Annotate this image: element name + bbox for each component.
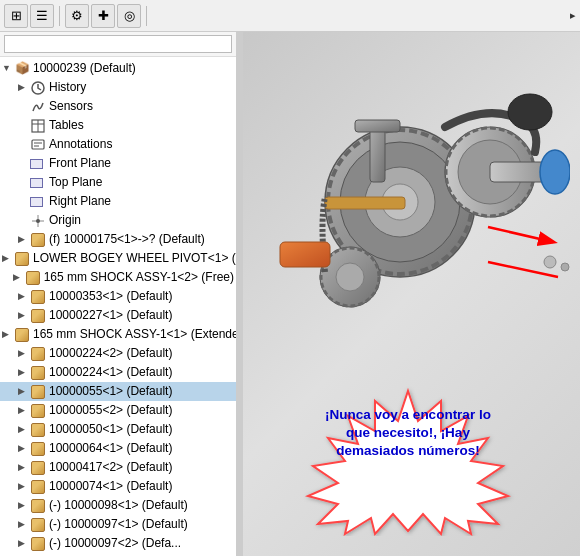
svg-rect-29 (280, 242, 330, 267)
tree-item-item6[interactable]: ▶165 mm SHOCK ASSY-1<1> (Extended) (0, 325, 236, 344)
feature-tree[interactable]: ▼ 📦 10000239 (Default) ▶HistorySensorsTa… (0, 57, 236, 556)
svg-point-28 (561, 263, 569, 271)
item-expand-arrow[interactable]: ▶ (18, 345, 30, 362)
model-viewport: ¡Nunca voy a encontrar lo que necesito!,… (243, 32, 580, 556)
item-label: 10000055<2> (Default) (49, 402, 172, 419)
part-icon (30, 384, 46, 400)
tree-item-item5[interactable]: ▶10000227<1> (Default) (0, 306, 236, 325)
toolbar-expand-arrow[interactable]: ▸ (570, 9, 576, 22)
item-expand-arrow[interactable]: ▶ (18, 535, 30, 552)
part-icon (30, 346, 46, 362)
toolbar-sep1 (59, 6, 60, 26)
tree-item-item8[interactable]: ▶10000224<1> (Default) (0, 363, 236, 382)
toolbar-grid-btn[interactable]: ⊞ (4, 4, 28, 28)
tree-item-item1[interactable]: ▶(f) 10000175<1>->? (Default) (0, 230, 236, 249)
part-icon (30, 422, 46, 438)
tree-item-item9[interactable]: ▶10000055<1> (Default) (0, 382, 236, 401)
tree-item-item10[interactable]: ▶10000055<2> (Default) (0, 401, 236, 420)
item-label: 10000224<2> (Default) (49, 345, 172, 362)
item-expand-arrow[interactable]: ▶ (18, 516, 30, 533)
part-icon (14, 251, 30, 267)
tree-item-top-plane[interactable]: Top Plane (0, 173, 236, 192)
sensor-icon (30, 99, 46, 115)
svg-rect-20 (325, 197, 405, 209)
toolbar-target-btn[interactable]: ◎ (117, 4, 141, 28)
item-label: Right Plane (49, 193, 111, 210)
item-label: 10000417<2> (Default) (49, 459, 172, 476)
item-expand-arrow[interactable]: ▶ (18, 478, 30, 495)
item-expand-arrow[interactable]: ▶ (18, 79, 30, 96)
item-expand-arrow[interactable]: ▶ (18, 459, 30, 476)
part-icon (30, 403, 46, 419)
tree-item-item12[interactable]: ▶10000064<1> (Default) (0, 439, 236, 458)
tree-item-item13[interactable]: ▶10000417<2> (Default) (0, 458, 236, 477)
tree-item-history[interactable]: ▶History (0, 78, 236, 97)
item-expand-arrow[interactable]: ▶ (18, 288, 30, 305)
item-label: (-) 10000098<1> (Default) (49, 497, 188, 514)
tree-root[interactable]: ▼ 📦 10000239 (Default) (0, 59, 236, 78)
tree-item-item15[interactable]: ▶(-) 10000098<1> (Default) (0, 496, 236, 515)
item-expand-arrow[interactable]: ▶ (18, 497, 30, 514)
part-icon (25, 270, 41, 286)
item-label: 10000074<1> (Default) (49, 478, 172, 495)
svg-rect-22 (355, 120, 400, 132)
tree-item-right-plane[interactable]: Right Plane (0, 192, 236, 211)
item-expand-arrow[interactable]: ▶ (18, 421, 30, 438)
tree-item-item4[interactable]: ▶10000353<1> (Default) (0, 287, 236, 306)
tree-item-item7[interactable]: ▶10000224<2> (Default) (0, 344, 236, 363)
tree-item-origin[interactable]: Origin (0, 211, 236, 230)
svg-point-26 (508, 94, 552, 130)
table-icon (30, 118, 46, 134)
tree-item-annotations[interactable]: Annotations (0, 135, 236, 154)
toolbar: ⊞ ☰ ⚙ ✚ ◎ ▸ (0, 0, 580, 32)
toolbar-list-btn[interactable]: ☰ (30, 4, 54, 28)
item-expand-arrow[interactable]: ▶ (2, 326, 14, 343)
item-expand-arrow[interactable]: ▶ (18, 307, 30, 324)
item-expand-arrow[interactable]: ▶ (18, 364, 30, 381)
item-expand-arrow[interactable]: ▶ (13, 269, 25, 286)
tree-item-item11[interactable]: ▶10000050<1> (Default) (0, 420, 236, 439)
item-expand-arrow[interactable]: ▶ (18, 231, 30, 248)
item-label: 165 mm SHOCK ASSY-1<2> (Free) (44, 269, 234, 286)
item-label: 10000055<1> (Default) (49, 383, 172, 400)
toolbar-add-btn[interactable]: ✚ (91, 4, 115, 28)
tree-item-item16[interactable]: ▶(-) 10000097<1> (Default) (0, 515, 236, 534)
tree-item-front-plane[interactable]: Front Plane (0, 154, 236, 173)
item-label: Sensors (49, 98, 93, 115)
part-icon (30, 441, 46, 457)
tree-item-item3[interactable]: ▶165 mm SHOCK ASSY-1<2> (Free) (0, 268, 236, 287)
tree-item-item2[interactable]: ▶LOWER BOGEY WHEEL PIVOT<1> (Default) (0, 249, 236, 268)
callout-text: ¡Nunca voy a encontrar lo que necesito!,… (323, 406, 493, 461)
filter-input[interactable] (4, 35, 232, 53)
part-icon (30, 479, 46, 495)
svg-point-19 (540, 150, 570, 194)
item-label: Tables (49, 117, 84, 134)
svg-point-9 (36, 219, 40, 223)
main-area: ▼ 📦 10000239 (Default) ▶HistorySensorsTa… (0, 32, 580, 556)
3d-model-area: ¡Nunca voy a encontrar lo que necesito!,… (243, 32, 580, 556)
item-label: Front Plane (49, 155, 111, 172)
item-expand-arrow[interactable]: ▶ (2, 250, 14, 267)
tree-item-item14[interactable]: ▶10000074<1> (Default) (0, 477, 236, 496)
item-expand-arrow[interactable]: ▶ (18, 440, 30, 457)
part-icon (30, 460, 46, 476)
item-label: Annotations (49, 136, 112, 153)
item-label: (f) 10000175<1>->? (Default) (49, 231, 205, 248)
item-expand-arrow[interactable]: ▶ (18, 383, 30, 400)
part-icon (30, 536, 46, 552)
3d-model-svg (270, 42, 570, 342)
item-label: 10000064<1> (Default) (49, 440, 172, 457)
svg-point-25 (336, 263, 364, 291)
tree-item-item17[interactable]: ▶(-) 10000097<2> (Defa... (0, 534, 236, 553)
tree-item-sensors[interactable]: Sensors (0, 97, 236, 116)
toolbar-sep2 (146, 6, 147, 26)
part-icon (30, 289, 46, 305)
part-icon (30, 498, 46, 514)
part-icon (14, 327, 30, 343)
root-arrow: ▼ (2, 60, 14, 77)
item-expand-arrow[interactable]: ▶ (18, 402, 30, 419)
toolbar-settings-btn[interactable]: ⚙ (65, 4, 89, 28)
history-icon (30, 80, 46, 96)
tree-items-container: ▶HistorySensorsTablesAnnotationsFront Pl… (0, 78, 236, 556)
tree-item-tables[interactable]: Tables (0, 116, 236, 135)
